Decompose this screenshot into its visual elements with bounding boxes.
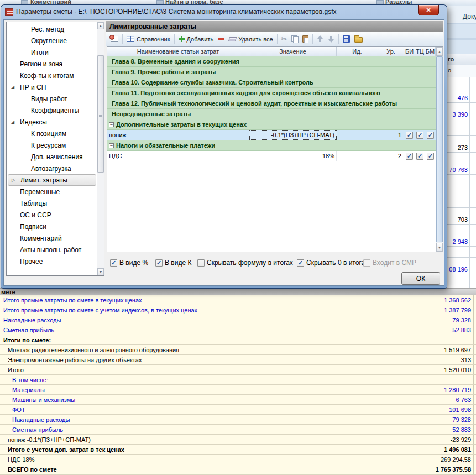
scrollbar-thumb[interactable] [97, 55, 104, 173]
sidebar-item-variables[interactable]: Переменные [7, 186, 104, 197]
sidebar-item-tables[interactable]: Таблицы [7, 197, 104, 209]
option-as-percent[interactable]: ✓ В виде % [110, 258, 148, 267]
scroll-up-button[interactable]: ▲ [436, 47, 443, 56]
grid-cell[interactable]: 703 [447, 208, 476, 225]
table-row[interactable]: Материалы1 280 719 [0, 385, 476, 395]
sidebar-item-limited-costs[interactable]: ▷Лимит. затраты [8, 174, 96, 186]
table-row[interactable]: Сметная прибыль52 883 [0, 425, 476, 435]
checkbox-as-percent[interactable]: ✓ [110, 259, 117, 267]
move-up-button[interactable] [315, 34, 326, 44]
value-cell[interactable]: -0.1*(ПЗ+НР+СП-МАТ) [249, 130, 337, 140]
option-as-k[interactable]: ✓ В виде К [155, 258, 191, 267]
grid-scrollbar[interactable]: ▲ ▼ [436, 47, 443, 252]
grid-row-chapter[interactable]: Глава 11. Подготовка эксплуатационных ка… [107, 88, 443, 98]
sidebar-item-work-types[interactable]: Виды работ [7, 93, 104, 105]
dialog-titlebar[interactable]: Параметры сметы - E:\_ПОСТОРОННИЕ\СТАС\3… [1, 5, 447, 19]
sidebar-item-comment[interactable]: Комментарий [7, 232, 104, 244]
scroll-down-button[interactable]: ▼ [97, 268, 104, 275]
sidebar-item-to-positions[interactable]: К позициям [7, 128, 104, 139]
grid-row-chapter[interactable]: Глава 12. Публичный технологический и це… [107, 98, 443, 109]
table-row[interactable]: Итого прямые затраты по смете в текущих … [0, 295, 476, 305]
table-row[interactable]: ВСЕГО по смете1 765 375.58 [0, 464, 476, 475]
grid-row-item-selected[interactable]: пониж -0.1*(ПЗ+НР+СП-МАТ) 1 ✓ ✓ ✓ [107, 130, 443, 140]
grid-cell[interactable] [447, 247, 476, 258]
grid-row-item[interactable]: НДС 18% 2 ✓ ✓ ✓ [107, 151, 443, 161]
sidebar-item-coefficients[interactable]: Коэффициенты [7, 105, 104, 116]
grid-row-chapter[interactable]: Непредвиденные затраты [107, 109, 443, 119]
table-row[interactable]: Машины и механизмы6 763 [0, 395, 476, 405]
column-header-name[interactable]: Наименование статьи затрат [107, 47, 249, 56]
grid-row-chapter[interactable]: Глава 10. Содержание службы заказчика. С… [107, 77, 443, 88]
grid-cell[interactable]: 273 [447, 136, 476, 153]
sidebar-item-totals[interactable]: Итоги [7, 46, 104, 58]
paste-button[interactable] [300, 34, 311, 44]
scroll-down-button[interactable]: ▼ [436, 243, 443, 252]
sidebar-item-res-method[interactable]: Рес. метод [7, 23, 104, 35]
scroll-up-button[interactable]: ▲ [97, 22, 104, 29]
grid-row-group[interactable]: − Дополнительные затраты в текущих ценах [107, 119, 443, 130]
sidebar-item-coefficients-to-totals[interactable]: Коэф-ты к итогам [7, 70, 104, 81]
save-button[interactable] [341, 34, 352, 44]
sidebar-item-nr-sp[interactable]: ◢НР и СП [7, 81, 104, 93]
grid-cell[interactable]: 08 196 [447, 258, 476, 274]
delete-all-button[interactable]: Удалить все [227, 35, 275, 44]
scrollbar-thumb[interactable] [436, 56, 443, 242]
sidebar-item-os-ssr[interactable]: ОС и ССР [7, 209, 104, 221]
collapse-icon[interactable]: − [109, 122, 114, 127]
grid-row-chapter[interactable]: Глава 9. Прочие работы и затраты [107, 67, 443, 77]
checkbox-bi[interactable]: ✓ [406, 153, 413, 160]
checkbox-bm[interactable]: ✓ [427, 132, 434, 139]
grid-row-chapter[interactable]: Глава 8. Временные здания и сооружения [107, 56, 443, 67]
column-header-bm[interactable]: БМ [425, 47, 436, 56]
table-row[interactable]: Накладные расходы79 328 [0, 315, 476, 325]
sidebar-item-extra-charges[interactable]: Доп. начисления [7, 151, 104, 163]
table-row[interactable]: пониж -0.1*(ПЗ+НР+СП-МАТ)-23 929 [0, 435, 476, 445]
collapse-icon[interactable]: − [109, 143, 114, 148]
table-row[interactable]: Итого1 520 010 [0, 365, 476, 375]
grid-cell[interactable] [447, 119, 476, 136]
sidebar-item-signatures[interactable]: Подписи [7, 221, 104, 232]
id-cell[interactable] [337, 151, 378, 161]
table-row[interactable]: Итого с учетом доп. затрат в тек ценах1 … [0, 445, 476, 455]
sidebar-item-autoload[interactable]: Автозагрузка [7, 163, 104, 174]
option-hide-zero[interactable]: ✓ Скрывать 0 в итогах [297, 258, 368, 267]
table-row[interactable]: Сметная прибыль52 883 [0, 325, 476, 335]
sidebar-item-acts[interactable]: Акты выполн. работ [7, 244, 104, 255]
checkbox-bi[interactable]: ✓ [406, 132, 413, 139]
id-cell[interactable] [337, 130, 378, 140]
close-button[interactable]: ✕ [418, 5, 439, 15]
level-cell[interactable]: 2 [378, 151, 404, 161]
column-header-tc[interactable]: ТЦ [415, 47, 425, 56]
checkbox-hide-formula[interactable]: ✓ [197, 259, 205, 267]
grid-cell[interactable] [447, 274, 476, 289]
table-row[interactable]: Итого прямые затраты по смете с учетом и… [0, 305, 476, 315]
ok-button[interactable]: ОК [401, 272, 440, 285]
value-cell[interactable]: 18% [249, 151, 337, 161]
option-hide-formula[interactable]: ✓ Скрывать формулу в итогах [197, 258, 293, 267]
sidebar-item-region[interactable]: Регион и зона [7, 58, 104, 70]
checkbox-hide-zero[interactable]: ✓ [297, 259, 304, 267]
checkbox-tc[interactable]: ✓ [416, 153, 423, 160]
table-row[interactable]: ФОТ101 698 [0, 405, 476, 415]
table-row[interactable]: Электромонтажные работы на других объект… [0, 355, 476, 365]
table-row[interactable]: НДС 18%269 294.58 [0, 455, 476, 464]
open-button[interactable] [352, 34, 365, 44]
grid-cell[interactable]: 476 [447, 77, 476, 103]
table-row[interactable]: В том числе: [0, 375, 476, 385]
grid-cell[interactable]: 3 390 [447, 103, 476, 119]
sidebar-item-rounding[interactable]: Округление [7, 35, 104, 46]
cut-button[interactable]: ✂ [279, 34, 290, 44]
table-row[interactable]: Итоги по смете: [0, 335, 476, 345]
table-row[interactable]: Монтаж радиотелевизионного и электронног… [0, 345, 476, 355]
column-header-level[interactable]: Ур. [378, 47, 404, 56]
grid-cell[interactable] [447, 175, 476, 208]
sidebar-scrollbar[interactable]: ▲ ▼ [97, 22, 104, 275]
checkbox-bm[interactable]: ✓ [427, 153, 434, 160]
grid-cell[interactable]: 70 763 [447, 153, 476, 175]
column-header-bi[interactable]: БИ [404, 47, 415, 56]
checkbox-as-k[interactable]: ✓ [155, 259, 163, 267]
grid-cell[interactable]: 2 948 [447, 225, 476, 247]
remove-button[interactable] [216, 37, 227, 41]
column-header-id[interactable]: Ид. [337, 47, 378, 56]
checkbox-tc[interactable]: ✓ [416, 132, 423, 139]
